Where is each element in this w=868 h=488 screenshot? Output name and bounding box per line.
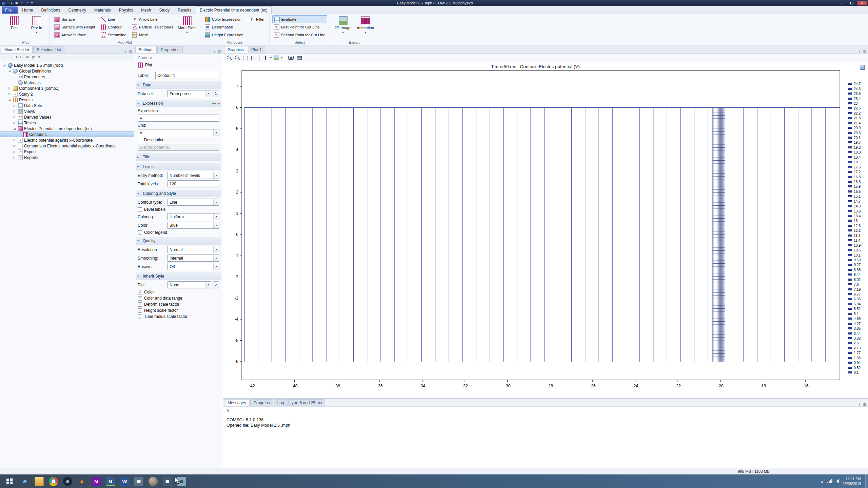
particle-trajectories-button[interactable]: Particle Trajectories [130,23,175,31]
tree-item[interactable]: ▷Data Sets [0,103,134,108]
tree-item[interactable]: ◢Global Definitions [0,68,134,74]
expand-arrow-icon[interactable]: ▷ [7,93,12,96]
smoothing-dropdown[interactable]: Internal▾ [167,255,219,262]
model-builder-tab[interactable]: Model Builder [1,46,33,53]
print-icon[interactable] [296,55,302,61]
checkbox-row[interactable]: Description: [138,138,219,142]
zoom-box-icon[interactable] [250,55,257,61]
contour-plot-canvas[interactable]: -42-40-38-36-34-32-30-28-26-24-22-20-18-… [223,62,848,398]
ribbon-tab[interactable]: Results [174,6,195,14]
back-icon[interactable]: ← [3,55,6,59]
image-viewer-icon[interactable]: ▦ [134,477,143,486]
ribbon-tab[interactable]: Home [18,6,37,14]
tree-item[interactable]: ▷8.5Derived Values [0,114,134,120]
panel-menu-icon[interactable]: ▾ [124,49,127,53]
view-options-icon[interactable]: ▤ [32,55,35,59]
deformation-button[interactable]: ⇄Deformation [203,23,245,31]
ribbon-tab[interactable]: Definitions [37,6,64,14]
chevron-down-icon[interactable]: ▾ [270,56,272,59]
default-view-icon[interactable] [262,55,269,61]
onenote-icon[interactable]: N [92,477,101,486]
image-options-icon[interactable] [273,55,280,61]
calculator-icon[interactable]: ▦ [163,477,172,486]
first-point-cut-line-button[interactable]: ✎First Point for Cut Line [272,23,327,31]
section-header-quality[interactable]: ▾Quality [136,237,221,245]
expand-arrow-icon[interactable]: ◢ [7,98,12,101]
text-editor-icon[interactable]: ▤ [177,477,186,486]
refresh-data-icon[interactable]: ↻ [213,90,219,97]
tree-item[interactable]: ◢Electric Potential time dependent (ec) [0,126,134,131]
mesh-button[interactable]: Mesh [130,31,175,39]
animation-button[interactable]: Animation ▾ [355,15,376,34]
word-icon[interactable]: W [120,477,129,486]
section-header-expression[interactable]: ▾Expression+▾▾ [136,100,221,107]
unit-dropdown[interactable]: V▾ [138,129,219,136]
filter-button[interactable]: Filter [247,15,267,23]
checkbox-icon[interactable] [138,207,142,212]
color-dropdown[interactable]: Blue▾ [167,222,219,229]
checkbox-row[interactable]: ✓Height scale factor [138,308,219,313]
hidden-icons-icon[interactable]: ▲ [821,480,824,483]
tree-item[interactable]: ▷Tables [0,120,134,126]
expand-arrow-icon[interactable]: ▷ [12,121,17,124]
arrow-line-button[interactable]: ↗Arrow Line [130,15,175,23]
start-button[interactable] [0,474,18,488]
entrymethod-dropdown[interactable]: Number of levels▾ [167,172,219,179]
dataset-dropdown[interactable]: From parent▾ [167,90,211,97]
section-header-coloring-and-style[interactable]: ▾Coloring and Style [136,190,221,197]
settings-plot-button[interactable]: Plot [138,62,152,68]
checkbox-icon[interactable]: ✓ [138,230,142,235]
chevron-down-icon[interactable]: ▾ [281,56,282,59]
tree-item[interactable]: Materials [0,80,134,85]
more-plots-button[interactable]: More Plots ▾ [177,15,197,34]
graphics-tab[interactable]: Plot 1 [248,46,265,53]
panel-collapse-icon[interactable]: ⊟ [862,49,867,53]
messages-tab[interactable]: Log [274,399,288,406]
tree-item[interactable]: PiParameters [0,74,134,80]
expand-arrow-icon[interactable]: ◢ [7,69,12,73]
line-button[interactable]: Line [99,15,128,23]
volume-icon[interactable] [836,479,839,483]
checkbox-icon[interactable]: ✓ [138,290,142,294]
expand-arrow-icon[interactable]: ▷ [12,104,17,107]
tree-item[interactable]: ▷»Study 2 [0,91,134,97]
arrow-surface-button[interactable]: ↗Arrow Surface [53,31,97,39]
tree-item[interactable]: Contour 1 [0,131,134,137]
tree-item[interactable]: ▷~Electric potential againts x-Coordinat… [0,137,134,143]
file-explorer-icon[interactable] [35,477,44,486]
section-header-inherit-style[interactable]: ▾Inherit Style [136,272,221,280]
tree-item[interactable]: ▷≡Reports [0,155,134,160]
expand-arrow-icon[interactable]: ▷ [12,110,17,113]
height-expression-button[interactable]: Height Expression [203,31,245,39]
evaluate-button[interactable]: Evaluate [272,15,327,23]
second-point-cut-line-button[interactable]: ✎Second Point for Cut Line [272,31,327,39]
expand-arrow-icon[interactable]: ◢ [2,64,6,67]
checkbox-row[interactable]: ✓Color and data range [138,296,219,301]
menu-icon[interactable]: ▾ [38,55,40,59]
ribbon-tab[interactable]: Physics [115,6,137,14]
minimize-button[interactable] [837,1,846,5]
tree-item[interactable]: ▷Component 1 (comp1) [0,85,134,91]
checkbox-icon[interactable]: ✓ [138,296,142,301]
expand-arrow-icon[interactable]: ▷ [12,139,17,142]
history-dropdown-icon[interactable]: ▾ [16,55,18,59]
expand-all-icon[interactable]: ⊞ [26,55,29,59]
open-icon[interactable]: ▸ [11,1,13,5]
replace-expression-icon[interactable]: ▾ [218,102,220,105]
tree-item[interactable]: ▷~Comparison Electric potential againts … [0,143,134,149]
ribbon-tab[interactable]: Geometry [64,6,90,14]
forward-icon[interactable]: → [9,55,13,59]
undo-icon[interactable]: ↶ [21,1,23,5]
expand-arrow-icon[interactable]: ▷ [12,144,17,147]
panel-menu-icon[interactable]: ▾ [858,49,862,53]
panel-collapse-icon[interactable]: ⊟ [128,49,133,53]
checkbox-icon[interactable]: ✓ [138,314,142,319]
settings-tab[interactable]: Settings [135,46,157,53]
2d-image-button[interactable]: 2D Image ▾ [333,15,353,34]
plot-button[interactable]: Plot [4,15,24,30]
media-player-icon[interactable]: ▲ [77,477,86,486]
file-menu-button[interactable]: File▾ [2,6,18,14]
panel-menu-icon[interactable]: ▾ [858,403,862,406]
plot-in-button[interactable]: Plot In ▾ [26,15,47,34]
streamline-button[interactable]: Streamline [99,31,128,39]
